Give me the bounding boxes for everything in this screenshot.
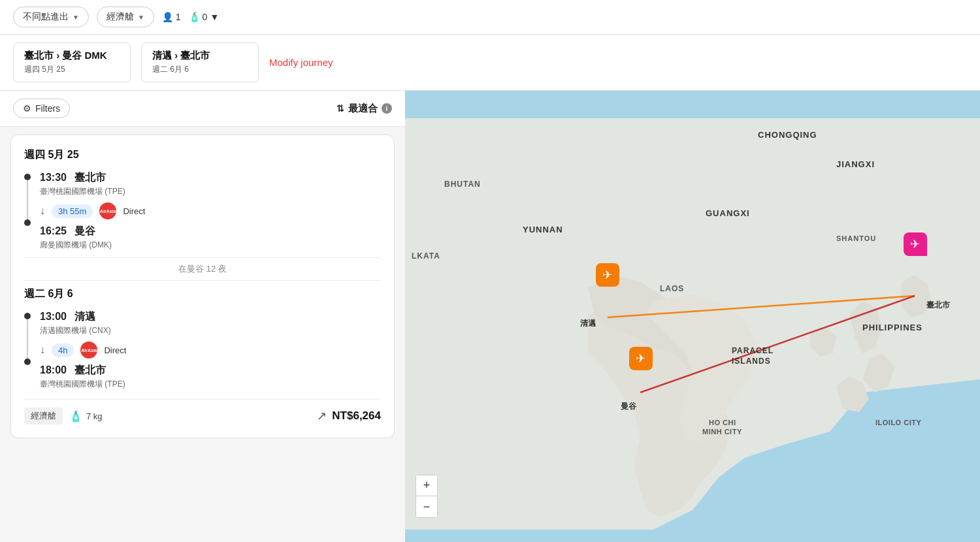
- inbound-route: 清邁 › 臺北市: [152, 50, 248, 62]
- taipei-pin: ✈: [904, 232, 927, 256]
- timeline-dot-end: [24, 219, 31, 226]
- svg-text:BHUTAN: BHUTAN: [444, 180, 481, 189]
- bag-icon: 🧴: [189, 12, 200, 22]
- bags-count: 0: [203, 12, 208, 22]
- filters-btn[interactable]: ⚙ Filters: [13, 99, 70, 118]
- svg-text:MINH CITY: MINH CITY: [702, 428, 742, 436]
- svg-text:YUNNAN: YUNNAN: [523, 225, 563, 234]
- price-row: ↗ NT$6,264: [317, 409, 381, 423]
- cabin-badge: 經濟艙: [24, 407, 63, 424]
- plane-icon: ✈: [602, 268, 612, 282]
- zoom-out-btn[interactable]: −: [416, 496, 437, 517]
- sort-label-text: 最適合: [348, 103, 378, 115]
- map-area: CHONGQING JIANGXI BHUTAN YUNNAN GUANGXI …: [405, 91, 980, 542]
- cabin-class-btn[interactable]: 經濟艙 ▼: [97, 7, 154, 27]
- inbound-duration-row: ↓ 4h AirAsia Direct: [40, 342, 381, 359]
- sort-icon: ⇅: [336, 103, 344, 114]
- outbound-depart-airport: 臺灣桃園國際機場 (TPE): [40, 186, 381, 197]
- share-icon[interactable]: ↗: [317, 409, 327, 423]
- airline-logo-airasia-2: AirAsia: [80, 342, 97, 359]
- cabin-class-label: 經濟艙: [106, 11, 134, 23]
- filter-bar: ⚙ Filters ⇅ 最適合 i: [0, 91, 405, 127]
- svg-text:PHILIPPINES: PHILIPPINES: [862, 323, 923, 332]
- top-bar: 不同點進出 ▼ 經濟艙 ▼ 👤 1 🧴 0 ▼: [0, 0, 980, 35]
- chevron-down-icon: ▼: [138, 14, 144, 21]
- outbound-depart-time: 13:30 臺北市: [40, 171, 381, 185]
- timeline-dot-start: [24, 313, 31, 319]
- departure-type-label: 不同點進出: [23, 11, 69, 23]
- baggage-icon: 🧴: [69, 410, 82, 422]
- outbound-timeline: [24, 174, 31, 226]
- flight-result-card[interactable]: 週四 5月 25 13:30 臺北市 臺灣桃園國際機場 (TPE) ↓ 3h 5: [10, 135, 395, 438]
- passengers-count: 1: [176, 12, 181, 22]
- stopover-divider: 在曼谷 12 夜: [24, 257, 381, 281]
- timeline-line: [27, 180, 28, 219]
- outbound-leg: 13:30 臺北市 臺灣桃園國際機場 (TPE) ↓ 3h 55m AirAsi…: [24, 171, 381, 251]
- outbound-duration: 3h 55m: [52, 204, 93, 218]
- sort-selector[interactable]: ⇅ 最適合 i: [336, 103, 392, 115]
- svg-text:LAOS: LAOS: [660, 284, 684, 293]
- inbound-flight-info: 13:00 清邁 清邁國際機場 (CNX) ↓ 4h AirAsia Direc…: [40, 310, 381, 390]
- main-content: ⚙ Filters ⇅ 最適合 i 週四 5月 25: [0, 91, 980, 542]
- svg-text:ILOILO CITY: ILOILO CITY: [875, 419, 921, 426]
- outbound-flight-info: 13:30 臺北市 臺灣桃園國際機場 (TPE) ↓ 3h 55m AirAsi…: [40, 171, 381, 251]
- svg-text:GUANGXI: GUANGXI: [706, 208, 750, 218]
- outbound-duration-row: ↓ 3h 55m AirAsia Direct: [40, 202, 381, 219]
- result-bottom-row: 經濟艙 🧴 7 kg ↗ NT$6,264: [24, 399, 381, 424]
- passengers-selector: 👤 1: [162, 12, 181, 22]
- left-panel: ⚙ Filters ⇅ 最適合 i 週四 5月 25: [0, 91, 405, 542]
- outbound-day-header: 週四 5月 25: [24, 148, 381, 162]
- svg-text:SHANTOU: SHANTOU: [836, 234, 876, 242]
- outbound-arrive-time: 16:25 曼谷: [40, 225, 381, 238]
- baggage-info: 🧴 7 kg: [69, 410, 103, 422]
- inbound-duration: 4h: [52, 343, 74, 357]
- inbound-date: 週二 6月 6: [152, 64, 248, 75]
- arrow-down-icon: ↓: [40, 205, 45, 217]
- inbound-depart-airport: 清邁國際機場 (CNX): [40, 325, 381, 336]
- outbound-arrive-airport: 廊曼國際機場 (DMK): [40, 240, 381, 251]
- plane-icon: ✈: [910, 237, 920, 251]
- person-icon: 👤: [162, 12, 173, 22]
- plane-icon: ✈: [636, 351, 645, 366]
- svg-text:JIANGXI: JIANGXI: [836, 159, 875, 169]
- inbound-timeline: [24, 313, 31, 365]
- chevron-down-icon: ▼: [73, 14, 79, 21]
- svg-text:清邁: 清邁: [580, 319, 596, 328]
- svg-text:CHONGQING: CHONGQING: [758, 130, 817, 140]
- svg-text:HO CHI: HO CHI: [709, 419, 736, 426]
- chevron-down-icon: ▼: [210, 12, 219, 22]
- timeline-dot-end: [24, 359, 31, 365]
- timeline-dot-start: [24, 174, 31, 180]
- svg-text:臺北市: 臺北市: [926, 300, 951, 310]
- filters-label: Filters: [35, 103, 60, 114]
- inbound-journey-card[interactable]: 清邁 › 臺北市 週二 6月 6: [141, 42, 259, 82]
- svg-text:LKATA: LKATA: [412, 251, 440, 261]
- timeline-line: [27, 319, 28, 359]
- arrow-down-icon: ↓: [40, 344, 45, 356]
- inbound-leg: 13:00 清邁 清邁國際機場 (CNX) ↓ 4h AirAsia Direc…: [24, 310, 381, 390]
- modify-journey-btn[interactable]: Modify journey: [269, 57, 333, 68]
- svg-text:曼谷: 曼谷: [621, 402, 637, 411]
- departure-type-btn[interactable]: 不同點進出 ▼: [13, 7, 89, 27]
- svg-text:ISLANDS: ISLANDS: [732, 357, 771, 366]
- inbound-arrive-airport: 臺灣桃園國際機場 (TPE): [40, 379, 381, 390]
- baggage-weight: 7 kg: [86, 411, 103, 421]
- inbound-arrive-time: 18:00 臺北市: [40, 364, 381, 377]
- outbound-date: 週四 5月 25: [24, 64, 120, 75]
- bags-selector: 🧴 0 ▼: [189, 12, 220, 22]
- svg-text:PARACEL: PARACEL: [732, 346, 774, 355]
- zoom-controls: + −: [416, 475, 438, 518]
- inbound-direct-badge: Direct: [104, 345, 126, 355]
- filter-icon: ⚙: [23, 103, 31, 114]
- map-svg: CHONGQING JIANGXI BHUTAN YUNNAN GUANGXI …: [405, 91, 980, 542]
- inbound-day-header: 週二 6月 6: [24, 287, 381, 301]
- chiangmai-pin: ✈: [596, 263, 619, 287]
- outbound-direct-badge: Direct: [123, 206, 145, 216]
- price-display: NT$6,264: [332, 409, 381, 422]
- info-icon[interactable]: i: [382, 103, 392, 114]
- inbound-depart-time: 13:00 清邁: [40, 310, 381, 324]
- airline-logo-airasia: AirAsia: [99, 202, 116, 219]
- zoom-in-btn[interactable]: +: [416, 475, 437, 496]
- outbound-journey-card[interactable]: 臺北市 › 曼谷 DMK 週四 5月 25: [13, 42, 131, 82]
- journey-bar: 臺北市 › 曼谷 DMK 週四 5月 25 清邁 › 臺北市 週二 6月 6 M…: [0, 35, 980, 91]
